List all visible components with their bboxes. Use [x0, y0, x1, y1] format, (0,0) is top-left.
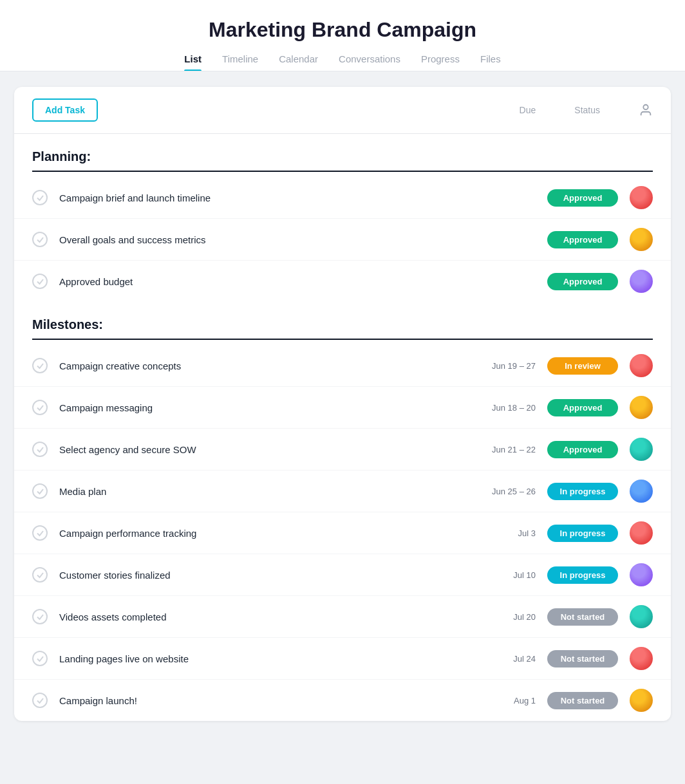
task-due: Jul 20: [465, 612, 536, 622]
task-check-icon[interactable]: [32, 567, 48, 583]
header: Marketing Brand Campaign ListTimelineCal…: [0, 0, 685, 71]
task-row[interactable]: Landing pages live on websiteJul 24Not s…: [14, 638, 671, 680]
add-task-button[interactable]: Add Task: [32, 98, 98, 122]
avatar: [630, 563, 653, 586]
task-check-icon[interactable]: [32, 190, 48, 205]
sections-container: Planning:Campaign brief and launch timel…: [14, 134, 671, 721]
task-check-icon[interactable]: [32, 609, 48, 624]
tab-progress[interactable]: Progress: [421, 53, 460, 71]
tabs: ListTimelineCalendarConversationsProgres…: [0, 53, 685, 71]
task-row[interactable]: Approved budgetApproved: [14, 261, 671, 302]
task-name: Customer stories finalized: [59, 570, 465, 581]
task-row[interactable]: Videos assets completedJul 20Not started: [14, 596, 671, 638]
avatar: [630, 647, 653, 670]
avatar: [630, 605, 653, 628]
section-title-milestones: Milestones:: [32, 317, 653, 332]
avatar: [630, 228, 653, 251]
task-name: Select agency and secure SOW: [59, 444, 465, 455]
status-badge[interactable]: In review: [547, 357, 618, 375]
main-content: Add Task Due Status Planning:Campaign br…: [14, 87, 671, 721]
task-row[interactable]: Customer stories finalizedJul 10In progr…: [14, 554, 671, 596]
status-label: Status: [574, 105, 600, 115]
task-due: Jul 24: [465, 654, 536, 664]
task-check-icon[interactable]: [32, 693, 48, 708]
status-badge[interactable]: Approved: [547, 273, 618, 290]
task-check-icon[interactable]: [32, 274, 48, 289]
task-name: Campaign messaging: [59, 402, 465, 413]
page-title: Marketing Brand Campaign: [0, 18, 685, 42]
svg-point-0: [643, 105, 648, 109]
tab-list[interactable]: List: [184, 53, 202, 71]
task-check-icon[interactable]: [32, 483, 48, 499]
avatar: [630, 521, 653, 545]
task-check-icon[interactable]: [32, 651, 48, 666]
avatar: [630, 438, 653, 461]
task-due: Jul 10: [465, 570, 536, 580]
tab-files[interactable]: Files: [480, 53, 501, 71]
avatar: [630, 396, 653, 419]
task-row[interactable]: Campaign messagingJun 18 – 20Approved: [14, 387, 671, 429]
task-row[interactable]: Select agency and secure SOWJun 21 – 22A…: [14, 429, 671, 471]
status-badge[interactable]: Approved: [547, 399, 618, 416]
task-name: Campaign creative concepts: [59, 360, 465, 371]
task-name: Approved budget: [59, 276, 465, 287]
task-due: Jun 19 – 27: [465, 361, 536, 371]
status-badge[interactable]: In progress: [547, 483, 618, 500]
task-name: Overall goals and success metrics: [59, 234, 465, 245]
task-row[interactable]: Campaign brief and launch timelineApprov…: [14, 177, 671, 219]
status-badge[interactable]: Approved: [547, 231, 618, 248]
task-check-icon[interactable]: [32, 442, 48, 457]
section-title-planning: Planning:: [32, 149, 653, 164]
toolbar: Add Task Due Status: [14, 87, 671, 134]
task-name: Media plan: [59, 486, 465, 497]
task-check-icon[interactable]: [32, 232, 48, 247]
avatar: [630, 354, 653, 377]
toolbar-right: Due Status: [520, 103, 653, 117]
due-label: Due: [520, 105, 536, 115]
task-check-icon[interactable]: [32, 400, 48, 415]
task-check-icon[interactable]: [32, 358, 48, 373]
task-due: Jun 21 – 22: [465, 445, 536, 454]
assignee-icon: [639, 103, 653, 117]
task-due: Jul 3: [465, 528, 536, 538]
task-check-icon[interactable]: [32, 525, 48, 541]
status-badge[interactable]: Not started: [547, 650, 618, 667]
task-row[interactable]: Campaign performance trackingJul 3In pro…: [14, 512, 671, 554]
task-name: Campaign brief and launch timeline: [59, 192, 465, 203]
task-name: Campaign launch!: [59, 695, 465, 706]
status-badge[interactable]: Not started: [547, 692, 618, 709]
tab-calendar[interactable]: Calendar: [279, 53, 318, 71]
task-due: Jun 25 – 26: [465, 487, 536, 496]
section-milestones: Milestones:Campaign creative conceptsJun…: [14, 302, 671, 721]
tab-conversations[interactable]: Conversations: [339, 53, 400, 71]
status-badge[interactable]: In progress: [547, 525, 618, 542]
section-planning: Planning:Campaign brief and launch timel…: [14, 134, 671, 302]
status-badge[interactable]: Not started: [547, 608, 618, 626]
status-badge[interactable]: Approved: [547, 189, 618, 207]
task-due: Jun 18 – 20: [465, 403, 536, 413]
avatar: [630, 480, 653, 503]
avatar: [630, 186, 653, 209]
task-name: Landing pages live on website: [59, 653, 465, 664]
task-row[interactable]: Campaign creative conceptsJun 19 – 27In …: [14, 345, 671, 387]
avatar: [630, 270, 653, 293]
status-badge[interactable]: Approved: [547, 441, 618, 458]
task-name: Videos assets completed: [59, 611, 465, 622]
status-badge[interactable]: In progress: [547, 566, 618, 584]
task-row[interactable]: Media planJun 25 – 26In progress: [14, 471, 671, 512]
task-due: Aug 1: [465, 696, 536, 705]
avatar: [630, 689, 653, 712]
tab-timeline[interactable]: Timeline: [222, 53, 258, 71]
task-row[interactable]: Campaign launch!Aug 1Not started: [14, 680, 671, 721]
task-row[interactable]: Overall goals and success metricsApprove…: [14, 219, 671, 261]
task-name: Campaign performance tracking: [59, 528, 465, 539]
